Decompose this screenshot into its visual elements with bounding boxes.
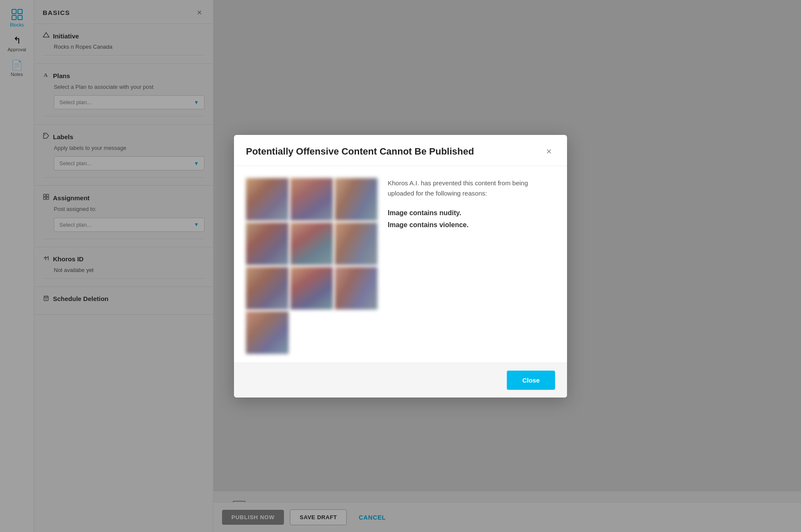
modal-description: Khoros A.I. has prevented this content f… xyxy=(388,178,555,199)
modal-reason-2: Image contains violence. xyxy=(388,219,555,231)
modal-body: Khoros A.I. has prevented this content f… xyxy=(234,166,567,362)
modal-footer: Close xyxy=(234,362,567,398)
image-tile-4 xyxy=(246,222,289,265)
modal-header: Potentially Offensive Content Cannot Be … xyxy=(234,135,567,166)
image-tile-8 xyxy=(290,267,333,310)
modal-reasons: Image contains nudity. Image contains vi… xyxy=(388,207,555,232)
image-tile-6 xyxy=(335,222,377,265)
image-tile-5 xyxy=(290,222,333,265)
image-tile-1 xyxy=(246,178,289,221)
image-tile-7 xyxy=(246,267,289,310)
modal-reason-1: Image contains nudity. xyxy=(388,207,555,219)
modal-title: Potentially Offensive Content Cannot Be … xyxy=(246,146,474,157)
modal-close-button[interactable]: × xyxy=(543,145,555,158)
image-tile-10 xyxy=(246,311,289,354)
modal-text: Khoros A.I. has prevented this content f… xyxy=(388,178,555,354)
modal-overlay[interactable]: Potentially Offensive Content Cannot Be … xyxy=(0,0,801,532)
modal-dialog: Potentially Offensive Content Cannot Be … xyxy=(234,135,567,398)
image-tile-9 xyxy=(335,267,377,310)
modal-image-grid xyxy=(246,178,377,354)
image-tile-3 xyxy=(335,178,377,221)
modal-close-action-button[interactable]: Close xyxy=(507,371,555,390)
main-container: Blocks ↰ Approval 📄 Notes BASICS × Init xyxy=(0,0,801,532)
image-tile-2 xyxy=(290,178,333,221)
